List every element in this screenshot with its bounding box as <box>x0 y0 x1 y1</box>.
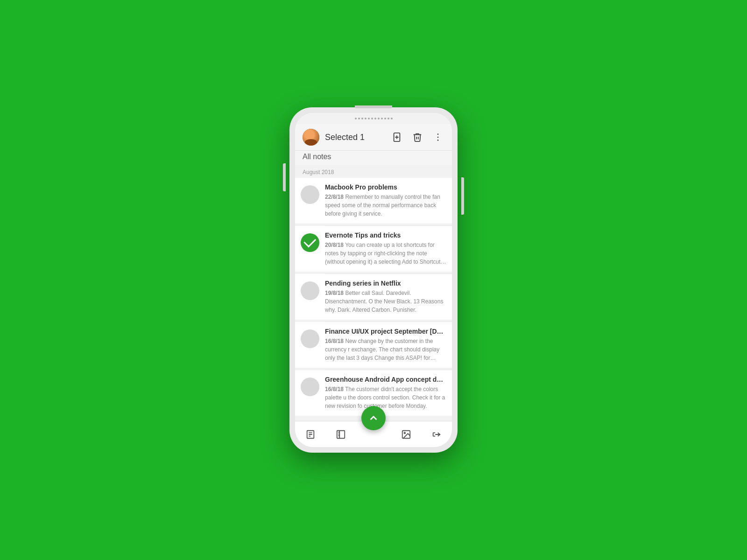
more-options-button[interactable] <box>431 131 444 144</box>
note-title: Macbook Pro problems <box>325 183 446 191</box>
note-title: Greenhouse Android App concept design <box>325 376 446 383</box>
add-note-button[interactable] <box>390 131 403 144</box>
svg-point-5 <box>437 140 439 141</box>
toolbar-right <box>390 131 444 144</box>
note-preview: 16/8/18 New change by the customer in th… <box>325 337 446 362</box>
svg-point-4 <box>437 137 439 138</box>
svg-point-16 <box>404 432 405 434</box>
note-selector-finance[interactable] <box>301 329 319 348</box>
note-content-macbook: Macbook Pro problems 22/8/18 Remember to… <box>325 183 446 218</box>
note-title: Evernote Tips and tricks <box>325 231 446 239</box>
phone-speaker <box>355 105 392 108</box>
note-preview: 20/8/18 You can create up a lot shortcut… <box>325 241 446 266</box>
note-content-netflix: Pending series in Netflix 19/8/18 Better… <box>325 280 446 314</box>
toolbar-left: Selected 1 <box>303 129 365 146</box>
note-selector-greenhouse[interactable] <box>301 378 319 396</box>
selected-label: Selected 1 <box>325 133 365 142</box>
svg-rect-10 <box>337 430 345 438</box>
phone-screen: Selected 1 <box>295 113 452 447</box>
fab-button[interactable] <box>361 406 386 430</box>
nav-images-button[interactable] <box>396 424 416 445</box>
avatar-image <box>303 129 319 146</box>
nav-notes-button[interactable] <box>300 424 321 445</box>
avatar[interactable] <box>303 129 319 146</box>
bottom-nav <box>295 421 452 447</box>
list-item[interactable]: Macbook Pro problems 22/8/18 Remember to… <box>295 178 452 224</box>
august-label: August 2018 <box>303 169 334 175</box>
note-selector-macbook[interactable] <box>301 185 319 204</box>
note-selector-evernote[interactable] <box>301 233 319 252</box>
phone-frame: Selected 1 <box>289 107 458 453</box>
note-content-greenhouse: Greenhouse Android App concept design 16… <box>325 376 446 410</box>
list-item[interactable]: Pending series in Netflix 19/8/18 Better… <box>295 274 452 320</box>
notes-list[interactable]: Macbook Pro problems 22/8/18 Remember to… <box>295 178 452 421</box>
status-bar <box>295 113 452 124</box>
note-preview: 16/8/18 The customer didn't accept the c… <box>325 385 446 410</box>
note-title: Finance UI/UX project September [Deadlin… <box>325 328 446 335</box>
nav-notebook-button[interactable] <box>331 424 351 445</box>
toolbar: Selected 1 <box>295 124 452 151</box>
note-preview: 19/8/18 Better call Saul. Daredevil. Dis… <box>325 289 446 314</box>
august-section: August 2018 <box>295 165 452 178</box>
nav-share-button[interactable] <box>426 424 447 445</box>
list-item[interactable]: Finance UI/UX project September [Deadlin… <box>295 322 452 368</box>
delete-button[interactable] <box>411 131 424 144</box>
svg-point-3 <box>437 133 439 135</box>
all-notes-label: All notes <box>295 151 452 165</box>
note-content-finance: Finance UI/UX project September [Deadlin… <box>325 328 446 362</box>
note-selector-netflix[interactable] <box>301 281 319 300</box>
note-preview: 22/8/18 Remember to manually control the… <box>325 193 446 218</box>
list-item[interactable]: Evernote Tips and tricks 20/8/18 You can… <box>295 226 452 272</box>
status-dots <box>355 118 393 119</box>
note-content-evernote: Evernote Tips and tricks 20/8/18 You can… <box>325 231 446 266</box>
note-title: Pending series in Netflix <box>325 280 446 287</box>
